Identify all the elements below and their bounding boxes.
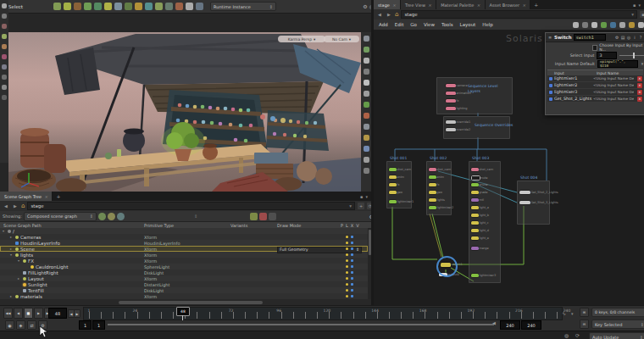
range-end-field[interactable]: 240 [500,320,520,330]
lop-node[interactable]: fx [429,183,436,186]
table-row[interactable]: ▸ materials Xform ⇕ [0,293,368,299]
pin-icon[interactable]: ▪ [640,11,644,18]
lop-node[interactable]: animation [446,92,456,95]
side-tool-icon[interactable] [2,64,7,69]
side-tool-icon[interactable] [2,44,7,49]
tool-icon[interactable] [94,3,102,10]
pane-tab[interactable]: Material Palette × [436,0,485,9]
tool-icon[interactable] [165,3,173,10]
visibility-dot[interactable] [351,265,353,268]
interpolation-icon[interactable]: ∿ [562,310,566,316]
range-slider[interactable] [108,324,494,325]
instance-mode-combo[interactable]: Runtime Instance ⇕ [210,2,276,11]
range-end-handle[interactable]: ◀ [492,320,496,325]
showing-combo[interactable]: Composed scene graph ⇕ [24,212,97,221]
side-tool-icon[interactable] [2,14,7,19]
visibility-dot[interactable] [351,242,353,244]
table-row[interactable]: ▾ / ⇕ [0,228,368,234]
table-row[interactable]: ▾ FX Xform ⇕ [0,258,368,264]
input-row[interactable]: lightmixer3 <Using Input Name Def × [547,89,643,95]
transport-button[interactable]: ◀◀ [3,308,13,319]
range-start-field[interactable]: 1 [79,320,92,330]
input-row[interactable]: lightmixer2 <Using Input Name Def × [547,82,643,88]
display-option-icon[interactable] [364,102,369,108]
tab-close-icon[interactable]: × [522,3,525,8]
activation-dot[interactable] [346,277,348,280]
tool-icon[interactable] [114,3,122,10]
parameter-panel-header[interactable]: ≡ Switch switch1 ⚙ ▤ ◎ i ? [546,33,644,42]
lop-node[interactable]: camera [446,84,456,87]
remove-input-button[interactable]: × [637,97,642,102]
message-log-icon[interactable]: ◍ [564,332,569,338]
search-icon[interactable]: ◎ [626,35,631,40]
expr-menu-icon[interactable]: ▾ [640,61,644,66]
tool-icon[interactable] [155,3,163,10]
select-input-field[interactable]: 3 [597,52,617,59]
interpolation-dropdown-icon[interactable]: ▾ [571,311,574,316]
playbar-option-button[interactable]: ◉ [5,320,14,330]
home-icon[interactable]: ⌂ [395,11,398,18]
lop-node[interactable]: light_d [471,229,479,232]
visibility-dot[interactable] [351,271,353,274]
table-row[interactable]: CauldronLight SphereLight ⇕ [0,264,368,270]
auto-update-combo[interactable]: Auto Update ⇕ [589,332,644,339]
lop-node[interactable]: merge [471,247,479,250]
transport-button[interactable]: ■ [24,308,33,319]
back-icon[interactable]: ◀ [376,12,383,17]
lop-node[interactable]: shot_cam [389,168,397,171]
activation-dot[interactable] [346,265,348,268]
menubar-icon[interactable] [582,22,588,28]
timeline-ruler[interactable]: 1247296120144168192216240 [83,307,563,320]
camera-filter-icon[interactable] [98,213,106,220]
lop-node[interactable]: light_c [471,221,479,225]
remove-input-button[interactable]: × [637,83,642,88]
display-option-icon[interactable] [364,69,369,75]
visibility-dot[interactable] [351,236,353,238]
lop-node[interactable]: geo [389,191,397,194]
menu-item[interactable]: Edit [395,22,404,27]
lop-node[interactable]: mute [471,175,480,181]
menubar-icon[interactable] [591,22,597,28]
menu-item[interactable]: Help [482,22,493,27]
table-row[interactable]: ▸ Layout Xform ⇕ [0,275,368,281]
activation-dot[interactable] [346,247,348,250]
viewport-settings-icon[interactable]: ⚙ [363,3,367,9]
new-tab-button[interactable]: + [53,192,64,201]
menubar-icon[interactable] [629,22,635,28]
visibility-dot[interactable] [351,277,353,280]
activation-dot[interactable] [346,283,348,286]
expander-icon[interactable]: ▸ [18,276,21,281]
grid-icon[interactable]: ▤ [620,35,625,40]
pane-minimize-icon[interactable]: ▪ [360,194,363,199]
light-filter-icon[interactable] [108,213,115,220]
lop-node[interactable]: shot_cam [429,168,436,171]
home-icon[interactable]: ⌂ [21,203,25,209]
lop-node[interactable]: mtl [471,198,479,202]
tool-icon[interactable] [145,3,153,10]
network-path-combo[interactable]: stage ▾ [401,10,637,19]
display-option-icon[interactable] [364,157,369,163]
next-key-button[interactable]: ▶ [74,309,80,318]
visibility-dot[interactable] [351,247,353,250]
tool-icon[interactable] [196,3,203,10]
pane-menu-icon[interactable]: ▾ [638,3,641,8]
lop-node[interactable]: prune [471,183,479,186]
pane-tab[interactable]: Tree View × [401,0,436,9]
visibility-dot[interactable] [351,283,353,286]
activation-dot[interactable] [346,259,348,262]
side-tool-icon[interactable] [2,34,7,39]
menu-item[interactable]: Layout [460,22,476,27]
tool-icon[interactable] [186,3,193,10]
input-name-default-field[interactable]: opinput(".", $I10 [597,60,638,68]
pane-tab[interactable]: stage × [374,0,401,9]
scenegraph-tab[interactable]: Scene Graph Tree × [0,192,53,201]
info-icon[interactable]: i [632,35,637,40]
tool-icon[interactable] [135,3,142,10]
display-option-icon[interactable] [364,168,369,174]
lop-node[interactable]: light_e [471,236,479,240]
tab-close-icon[interactable]: × [44,194,47,199]
panel-menu-icon[interactable]: ≡ [547,35,552,40]
range-end2-field[interactable]: 240 [521,320,541,330]
choose-input-checkbox[interactable] [592,45,597,51]
side-tool-icon[interactable] [2,85,7,90]
